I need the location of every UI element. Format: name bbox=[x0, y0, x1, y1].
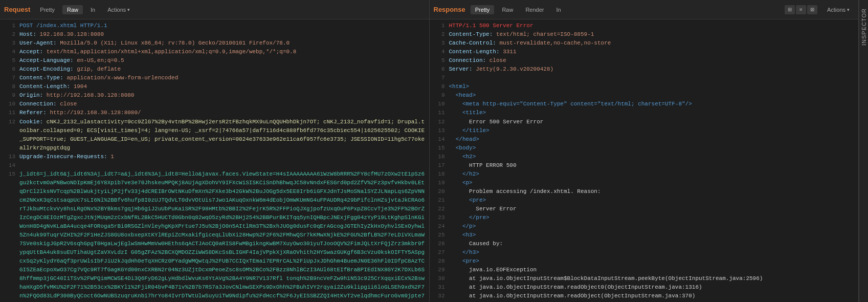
line-number: 4 bbox=[3, 48, 15, 56]
line-number: 8 bbox=[3, 82, 15, 91]
line-number: 14 bbox=[433, 135, 445, 144]
request-line: 6Accept-Encoding: gzip, deflate bbox=[3, 65, 426, 74]
response-line: 28 <pre> bbox=[433, 257, 856, 266]
line-content: Accept-Language: en-US,en;q=0.5 bbox=[19, 56, 426, 65]
line-content: Error 500 Server Error bbox=[449, 118, 856, 126]
response-line: 6Server: Jetty(9.2.30.v20200428) bbox=[433, 65, 856, 74]
http-method: POST /index.xhtml HTTP/1.1 bbox=[19, 23, 107, 29]
header-value: 3311 bbox=[500, 49, 517, 55]
html-text: Caused by: bbox=[449, 241, 503, 247]
line-number: 19 bbox=[433, 179, 445, 187]
line-content: at java.io.ObjectInputStream.readObject0… bbox=[449, 283, 856, 292]
line-number: 7 bbox=[433, 74, 445, 82]
header-name: Content-Length: bbox=[449, 49, 500, 55]
header-name: Accept-Language: bbox=[19, 57, 74, 63]
tab-pretty-response[interactable]: Pretty bbox=[471, 5, 495, 14]
header-name: Content-Type: bbox=[449, 31, 493, 37]
header-value: must-revalidate,no-cache,no-store bbox=[496, 40, 611, 46]
header-name: Connection: bbox=[449, 57, 486, 63]
response-header: Response Pretty Raw Render In ⊞ ≡ ⊠ Acti… bbox=[430, 0, 859, 19]
response-line: 24 </p> bbox=[433, 222, 856, 231]
java-trace: at java.io.ObjectInputStream$BlockDataIn… bbox=[449, 275, 763, 282]
html-tag: <body> bbox=[449, 145, 476, 151]
line-number: 11 bbox=[3, 109, 15, 117]
line-number: 11 bbox=[433, 109, 445, 117]
actions-button-response[interactable]: Actions ▾ bbox=[822, 5, 854, 14]
request-line: 1POST /index.xhtml HTTP/1.1 bbox=[3, 21, 426, 30]
tab-pretty-request[interactable]: Pretty bbox=[35, 5, 59, 14]
chevron-down-icon: ▾ bbox=[127, 7, 130, 12]
line-content: <head> bbox=[449, 91, 856, 100]
request-line: 7Content-Type: application/x-www-form-ur… bbox=[3, 74, 426, 82]
response-line: 26 Caused by: bbox=[433, 240, 856, 248]
line-number: 10 bbox=[433, 100, 445, 109]
header-value: gzip, deflate bbox=[74, 66, 121, 72]
line-content: Server Error bbox=[449, 205, 856, 213]
line-content: <html> bbox=[449, 82, 856, 91]
line-content: User-Agent: Mozilla/5.0 (X11; Linux x86_… bbox=[19, 39, 426, 48]
html-tag: <h2> bbox=[449, 154, 476, 160]
java-trace: java.io.EOFException bbox=[449, 267, 537, 273]
tab-raw-response[interactable]: Raw bbox=[497, 5, 518, 14]
line-number: 24 bbox=[433, 222, 445, 231]
header-value: text/html; charset=ISO-8859-1 bbox=[493, 31, 594, 37]
html-tag: </pre> bbox=[449, 214, 489, 221]
line-content bbox=[449, 74, 856, 82]
html-text: Server Error bbox=[449, 206, 517, 212]
response-line: 11 <title> bbox=[433, 109, 856, 117]
response-line: 20 Problem accessing /index.xhtml. Reaso… bbox=[433, 187, 856, 196]
html-tag: <pre> bbox=[449, 258, 479, 264]
response-line: 2Content-Type: text/html; charset=ISO-88… bbox=[433, 30, 856, 39]
line-number: 30 bbox=[433, 274, 445, 283]
request-panel: Request Pretty Raw In Actions ▾ 1POST /i… bbox=[0, 0, 430, 302]
line-content: <body> bbox=[449, 144, 856, 153]
line-number: 5 bbox=[3, 56, 15, 65]
line-content: Problem accessing /index.xhtml. Reason: bbox=[449, 187, 856, 196]
line-number: 16 bbox=[433, 153, 445, 161]
grid-icon[interactable]: ⊞ bbox=[785, 5, 795, 14]
request-line: 10Connection: close bbox=[3, 100, 426, 109]
cookie-name: Cookie: bbox=[19, 119, 43, 125]
line-content: Upgrade-Insecure-Requests: 1 bbox=[19, 153, 426, 161]
inspector-label: INSPECTOR bbox=[861, 8, 867, 46]
html-tag: <meta http-equiv="Content-Type" content=… bbox=[449, 101, 692, 107]
response-line: 16 <h2> bbox=[433, 153, 856, 161]
line-content: Connection: close bbox=[449, 56, 856, 65]
html-tag: <pre> bbox=[449, 197, 486, 203]
line-content: Content-Length: 3311 bbox=[449, 48, 856, 56]
tab-in-response[interactable]: In bbox=[551, 5, 565, 14]
html-text: HTTP ERROR 500 bbox=[449, 162, 517, 168]
java-trace: at java.io.ObjectInputStream.readObject(… bbox=[449, 293, 696, 299]
request-line: 13Upgrade-Insecure-Requests: 1 bbox=[3, 153, 426, 161]
line-content: </h3> bbox=[449, 248, 856, 257]
post-data: j_idt6=j_idt6&j_idt6%3Aj_idt7=a&j_idt6%3… bbox=[19, 171, 425, 302]
response-line: 9 <head> bbox=[433, 91, 856, 100]
response-line: 25 <h3> bbox=[433, 231, 856, 240]
header-value: en-US,en;q=0.5 bbox=[74, 57, 124, 63]
html-tag: </h3> bbox=[449, 249, 479, 255]
header-value: 192.168.30.128:8080 bbox=[36, 31, 104, 37]
response-line: 27 </h3> bbox=[433, 248, 856, 257]
collapse-icon[interactable]: ⊠ bbox=[807, 5, 817, 14]
response-line: 30 at java.io.ObjectInputStream$BlockDat… bbox=[433, 274, 856, 283]
line-content: Connection: close bbox=[19, 100, 426, 109]
tab-render-response[interactable]: Render bbox=[521, 5, 548, 14]
tab-in-request[interactable]: In bbox=[86, 5, 100, 14]
java-trace: at java.io.ObjectInputStream.readObject0… bbox=[449, 284, 702, 290]
response-line: 13 </title> bbox=[433, 126, 856, 135]
line-content: <h2> bbox=[449, 153, 856, 161]
header-name: Accept-Encoding: bbox=[19, 66, 74, 72]
html-text: Problem accessing /index.xhtml. Reason: bbox=[449, 188, 601, 195]
response-line: 8<html> bbox=[433, 82, 856, 91]
header-name: Host: bbox=[19, 31, 36, 37]
response-line: 23 </pre> bbox=[433, 213, 856, 222]
line-content bbox=[19, 161, 426, 170]
line-number: 13 bbox=[3, 153, 15, 161]
html-text: Error 500 Server Error bbox=[449, 119, 544, 125]
list-icon[interactable]: ≡ bbox=[796, 5, 806, 14]
actions-button-request[interactable]: Actions ▾ bbox=[103, 5, 135, 14]
tab-raw-request[interactable]: Raw bbox=[62, 5, 83, 14]
line-number: 6 bbox=[433, 65, 445, 74]
line-content: </title> bbox=[449, 126, 856, 135]
line-number: 31 bbox=[433, 283, 445, 292]
